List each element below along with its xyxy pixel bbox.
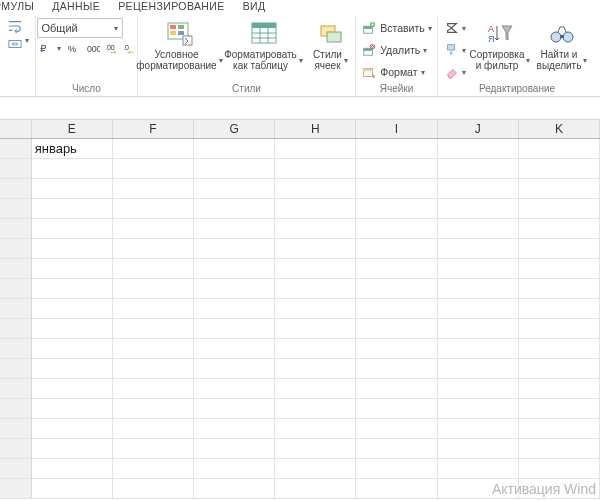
cell-J12[interactable]: [438, 359, 519, 378]
cell-K8[interactable]: [519, 279, 600, 298]
merge-center-icon[interactable]: [7, 36, 23, 52]
cell-E8[interactable]: [32, 279, 113, 298]
number-format-dropdown[interactable]: Общий ▾: [37, 18, 123, 38]
cell-H12[interactable]: [275, 359, 356, 378]
cell-E12[interactable]: [32, 359, 113, 378]
cell-K5[interactable]: [519, 219, 600, 238]
chevron-down-icon[interactable]: ▾: [25, 36, 29, 52]
row-header[interactable]: [0, 179, 32, 198]
cell-J5[interactable]: [438, 219, 519, 238]
cell-E14[interactable]: [32, 399, 113, 418]
cell-J14[interactable]: [438, 399, 519, 418]
row-header[interactable]: [0, 239, 32, 258]
cell-K7[interactable]: [519, 259, 600, 278]
cell-H14[interactable]: [275, 399, 356, 418]
cell-K2[interactable]: [519, 159, 600, 178]
cell-G14[interactable]: [194, 399, 275, 418]
clear-button[interactable]: ▾: [444, 62, 466, 82]
row-header[interactable]: [0, 259, 32, 278]
find-select-button[interactable]: Найти и выделить▾: [534, 18, 590, 83]
insert-cells-button[interactable]: Вставить ▾: [361, 18, 432, 38]
cell-J15[interactable]: [438, 419, 519, 438]
cell-I9[interactable]: [356, 299, 437, 318]
row-header[interactable]: [0, 279, 32, 298]
cell-F15[interactable]: [113, 419, 194, 438]
cell-H3[interactable]: [275, 179, 356, 198]
cell-F13[interactable]: [113, 379, 194, 398]
cell-I1[interactable]: [356, 139, 437, 158]
cell-I8[interactable]: [356, 279, 437, 298]
cell-G4[interactable]: [194, 199, 275, 218]
cell-F11[interactable]: [113, 339, 194, 358]
chevron-down-icon[interactable]: ▾: [57, 44, 61, 53]
cell-F5[interactable]: [113, 219, 194, 238]
cell-G17[interactable]: [194, 459, 275, 478]
decrease-decimal-icon[interactable]: .0: [123, 41, 137, 55]
cell-I11[interactable]: [356, 339, 437, 358]
cell-K12[interactable]: [519, 359, 600, 378]
cell-E11[interactable]: [32, 339, 113, 358]
cell-G15[interactable]: [194, 419, 275, 438]
row-header[interactable]: [0, 159, 32, 178]
cell-K17[interactable]: [519, 459, 600, 478]
cell-K4[interactable]: [519, 199, 600, 218]
cell-E17[interactable]: [32, 459, 113, 478]
cell-F4[interactable]: [113, 199, 194, 218]
tab-formulas[interactable]: РМУЛЫ: [0, 0, 34, 16]
cell-F10[interactable]: [113, 319, 194, 338]
cell-H16[interactable]: [275, 439, 356, 458]
tab-review[interactable]: РЕЦЕНЗИРОВАНИЕ: [118, 0, 225, 16]
row-header[interactable]: [0, 439, 32, 458]
fill-button[interactable]: ▾: [444, 40, 466, 60]
cell-J16[interactable]: [438, 439, 519, 458]
cell-J18[interactable]: [438, 479, 519, 498]
cell-H2[interactable]: [275, 159, 356, 178]
cell-J7[interactable]: [438, 259, 519, 278]
cell-G8[interactable]: [194, 279, 275, 298]
cell-G1[interactable]: [194, 139, 275, 158]
cell-G2[interactable]: [194, 159, 275, 178]
row-header[interactable]: [0, 219, 32, 238]
cell-H10[interactable]: [275, 319, 356, 338]
cell-J2[interactable]: [438, 159, 519, 178]
cell-I3[interactable]: [356, 179, 437, 198]
row-header[interactable]: [0, 359, 32, 378]
cell-H18[interactable]: [275, 479, 356, 498]
cell-G6[interactable]: [194, 239, 275, 258]
cell-F14[interactable]: [113, 399, 194, 418]
increase-decimal-icon[interactable]: .00: [105, 41, 119, 55]
row-header[interactable]: [0, 199, 32, 218]
cell-F6[interactable]: [113, 239, 194, 258]
column-header-E[interactable]: E: [32, 120, 113, 138]
row-header[interactable]: [0, 459, 32, 478]
format-as-table-button[interactable]: Форматировать как таблицу▾: [223, 18, 305, 71]
row-header[interactable]: [0, 139, 32, 158]
cell-I13[interactable]: [356, 379, 437, 398]
cell-H11[interactable]: [275, 339, 356, 358]
cell-I15[interactable]: [356, 419, 437, 438]
cell-H9[interactable]: [275, 299, 356, 318]
row-header[interactable]: [0, 479, 32, 498]
column-header-I[interactable]: I: [356, 120, 437, 138]
cell-H4[interactable]: [275, 199, 356, 218]
cell-I10[interactable]: [356, 319, 437, 338]
delete-cells-button[interactable]: Удалить ▾: [361, 40, 432, 60]
cell-K9[interactable]: [519, 299, 600, 318]
row-header[interactable]: [0, 299, 32, 318]
cell-H1[interactable]: [275, 139, 356, 158]
cell-H5[interactable]: [275, 219, 356, 238]
cell-F2[interactable]: [113, 159, 194, 178]
cell-E2[interactable]: [32, 159, 113, 178]
percent-format-icon[interactable]: %: [65, 40, 81, 56]
comma-format-icon[interactable]: 000: [85, 40, 101, 56]
cell-F8[interactable]: [113, 279, 194, 298]
cell-I16[interactable]: [356, 439, 437, 458]
cell-F18[interactable]: [113, 479, 194, 498]
cell-G18[interactable]: [194, 479, 275, 498]
cell-E16[interactable]: [32, 439, 113, 458]
cell-E15[interactable]: [32, 419, 113, 438]
cell-I18[interactable]: [356, 479, 437, 498]
cell-H15[interactable]: [275, 419, 356, 438]
cell-H13[interactable]: [275, 379, 356, 398]
cell-J6[interactable]: [438, 239, 519, 258]
